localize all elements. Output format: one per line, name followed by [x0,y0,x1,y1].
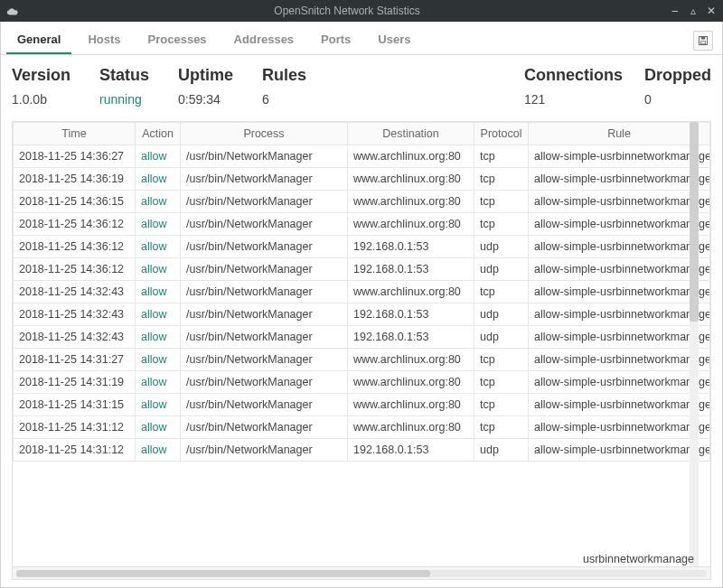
overflow-text: usrbinnetworkmanage [583,553,694,565]
stat-version: Version 1.0.0b [12,66,70,107]
cell-protocol: tcp [474,281,529,303]
table-row[interactable]: 2018-11-25 14:36:27allow/usr/bin/Network… [14,145,710,168]
table-row[interactable]: 2018-11-25 14:31:12allow/usr/bin/Network… [14,439,710,462]
stat-rules: Rules 6 [262,66,306,107]
col-header-destination[interactable]: Destination [348,123,474,145]
table-row[interactable]: 2018-11-25 14:36:12allow/usr/bin/Network… [14,213,710,236]
tab-users[interactable]: Users [367,27,421,54]
cell-destination: www.archlinux.org:80 [348,168,474,191]
tab-general[interactable]: General [6,27,71,54]
horizontal-scrollbar-thumb[interactable] [16,570,430,577]
stat-status-label: Status [99,66,149,85]
cell-destination: www.archlinux.org:80 [348,349,474,371]
cell-time: 2018-11-25 14:36:19 [14,168,136,191]
cell-process: /usr/bin/NetworkManager [181,303,348,326]
cell-process: /usr/bin/NetworkManager [181,145,348,168]
cell-time: 2018-11-25 14:32:43 [14,326,136,349]
cell-time: 2018-11-25 14:31:12 [14,439,136,462]
cell-action: allow [136,213,181,236]
table-row[interactable]: 2018-11-25 14:32:43allow/usr/bin/Network… [14,326,710,349]
cell-rule: allow-simple-usrbinnetworkmanage [529,394,710,416]
save-button[interactable] [693,31,713,51]
cell-time: 2018-11-25 14:31:15 [14,394,136,416]
tab-processes[interactable]: Processes [137,27,218,54]
svg-rect-2 [700,42,705,44]
cell-time: 2018-11-25 14:36:12 [14,258,136,281]
cell-action: allow [136,168,181,191]
cell-rule: allow-simple-usrbinnetworkmanage [529,416,710,439]
table-row[interactable]: 2018-11-25 14:31:27allow/usr/bin/Network… [14,349,710,371]
cell-destination: 192.168.0.1:53 [348,303,474,326]
cell-protocol: tcp [474,394,529,416]
stat-connections-label: Connections [524,66,623,85]
events-table-container: Time Action Process Destination Protocol… [12,121,711,580]
cell-protocol: tcp [474,168,529,191]
col-header-process[interactable]: Process [181,123,348,145]
table-row[interactable]: 2018-11-25 14:36:15allow/usr/bin/Network… [14,191,710,213]
cell-action: allow [136,236,181,258]
app-icon [5,5,18,17]
stat-uptime-label: Uptime [178,66,233,85]
cell-time: 2018-11-25 14:36:12 [14,236,136,258]
window-titlebar: OpenSnitch Network Statistics ‒ ▵ ✕ [0,0,723,22]
close-icon[interactable]: ✕ [705,5,718,17]
cell-process: /usr/bin/NetworkManager [181,349,348,371]
cell-time: 2018-11-25 14:36:12 [14,213,136,236]
cell-action: allow [136,191,181,213]
cell-protocol: tcp [474,213,529,236]
cell-protocol: udp [474,303,529,326]
cell-process: /usr/bin/NetworkManager [181,371,348,394]
tab-addresses[interactable]: Addresses [223,27,305,54]
vertical-scrollbar[interactable] [690,122,699,566]
table-row[interactable]: 2018-11-25 14:36:12allow/usr/bin/Network… [14,236,710,258]
cell-time: 2018-11-25 14:32:43 [14,303,136,326]
cell-destination: www.archlinux.org:80 [348,191,474,213]
table-row[interactable]: 2018-11-25 14:36:12allow/usr/bin/Network… [14,258,710,281]
cell-protocol: udp [474,326,529,349]
cell-rule: allow-simple-usrbinnetworkmanage [529,349,710,371]
cell-protocol: tcp [474,145,529,168]
tab-hosts[interactable]: Hosts [77,27,131,54]
cell-destination: www.archlinux.org:80 [348,371,474,394]
cell-action: allow [136,281,181,303]
table-row[interactable]: 2018-11-25 14:32:43allow/usr/bin/Network… [14,303,710,326]
cell-process: /usr/bin/NetworkManager [181,236,348,258]
stats-panel: Version 1.0.0b Status running Uptime 0:5… [1,55,722,121]
maximize-icon[interactable]: ▵ [687,5,700,17]
cell-time: 2018-11-25 14:31:27 [14,349,136,371]
cell-rule: allow-simple-usrbinnetworkmanage [529,145,710,168]
table-row[interactable]: 2018-11-25 14:31:15allow/usr/bin/Network… [14,394,710,416]
cell-rule: allow-simple-usrbinnetworkmanage [529,191,710,213]
cell-action: allow [136,371,181,394]
cell-rule: allow-simple-usrbinnetworkmanage [529,236,710,258]
table-row[interactable]: 2018-11-25 14:36:19allow/usr/bin/Network… [14,168,710,191]
stat-status: Status running [99,66,149,107]
cell-protocol: tcp [474,349,529,371]
vertical-scrollbar-thumb[interactable] [690,122,699,322]
cell-rule: allow-simple-usrbinnetworkmanage [529,371,710,394]
minimize-icon[interactable]: ‒ [669,5,681,17]
tab-ports[interactable]: Ports [310,27,362,54]
col-header-protocol[interactable]: Protocol [474,123,529,145]
col-header-action[interactable]: Action [136,123,181,145]
stat-uptime-value: 0:59:34 [178,92,233,107]
table-row[interactable]: 2018-11-25 14:31:12allow/usr/bin/Network… [14,416,710,439]
cell-time: 2018-11-25 14:31:19 [14,371,136,394]
horizontal-scrollbar[interactable] [13,566,710,579]
cell-rule: allow-simple-usrbinnetworkmanage [529,213,710,236]
cell-time: 2018-11-25 14:36:27 [14,145,136,168]
table-row[interactable]: 2018-11-25 14:31:19allow/usr/bin/Network… [14,371,710,394]
events-table: Time Action Process Destination Protocol… [13,122,710,462]
cell-protocol: udp [474,236,529,258]
events-table-scroll[interactable]: Time Action Process Destination Protocol… [13,122,710,566]
cell-protocol: tcp [474,371,529,394]
stat-rules-value: 6 [262,92,306,107]
cell-time: 2018-11-25 14:31:12 [14,416,136,439]
cell-protocol: tcp [474,191,529,213]
cell-process: /usr/bin/NetworkManager [181,281,348,303]
col-header-rule[interactable]: Rule [529,123,710,145]
cell-action: allow [136,326,181,349]
col-header-time[interactable]: Time [14,123,136,145]
cell-rule: allow-simple-usrbinnetworkmanage [529,168,710,191]
table-row[interactable]: 2018-11-25 14:32:43allow/usr/bin/Network… [14,281,710,303]
